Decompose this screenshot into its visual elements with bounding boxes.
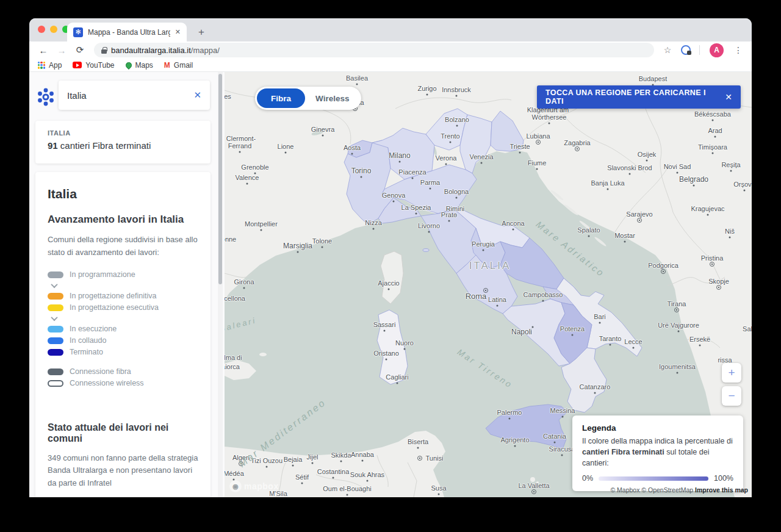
minimize-window-button[interactable]	[50, 26, 57, 33]
city-marker	[588, 235, 590, 237]
legend-item-label: In esecuzione	[70, 325, 117, 333]
city-marker	[247, 183, 248, 185]
forward-button[interactable]: →	[54, 45, 70, 56]
map-label: Reșița	[721, 161, 740, 168]
map-label: Spalato	[577, 226, 600, 234]
zoom-in-button[interactable]: +	[722, 363, 741, 383]
osm-attribution[interactable]: © OpenStreetMap	[641, 486, 693, 494]
legend-color-swatch	[48, 337, 63, 344]
city-marker	[397, 383, 398, 384]
scrollbar-thumb[interactable]	[218, 74, 222, 284]
bookmark-star-icon[interactable]: ☆	[660, 45, 675, 55]
city-marker	[361, 176, 362, 178]
map-label: La Spezia	[401, 204, 431, 211]
city-marker	[412, 178, 414, 179]
mapbox-logo[interactable]: ◉ mapbox	[229, 480, 279, 492]
map-label: Napoli	[511, 328, 532, 336]
capital-marker	[637, 218, 642, 223]
zoom-controls: + −	[722, 363, 741, 406]
browser-tab[interactable]: ✻ Mappa - Banda Ultra Larga ✕	[67, 23, 187, 41]
city-marker	[607, 189, 609, 190]
address-bar[interactable]: bandaultralarga.italia.it/mappa/	[94, 43, 654, 57]
city-marker	[629, 173, 631, 175]
city-marker	[714, 136, 716, 138]
tab-title: Mappa - Banda Ultra Larga	[88, 28, 170, 37]
map-label: Oum el-Bouaghi	[323, 485, 372, 492]
map-label: Niš	[725, 228, 735, 235]
browser-toolbar: ← → ⟳ bandaultralarga.italia.it/mappa/ ☆…	[29, 41, 752, 59]
map-label: Bolzano	[445, 116, 469, 123]
city-marker	[417, 447, 419, 449]
mapbox-logo-icon: ◉	[229, 480, 242, 492]
map-label: Palermo	[497, 409, 522, 416]
browser-window: ✻ Mappa - Banda Ultra Larga ✕ + ← → ⟳ ba…	[29, 18, 752, 497]
close-window-button[interactable]	[38, 26, 45, 33]
map-label: Catania	[543, 433, 566, 440]
bookmark-label: YouTube	[85, 61, 114, 70]
search-input[interactable]	[67, 90, 193, 101]
legend-item-label: In programmazione	[70, 270, 135, 279]
toolbar-divider	[699, 45, 700, 55]
map-canvas[interactable]: gesBasileaZurigoInnsbruckBudapestBernaKl…	[225, 72, 752, 497]
map-label: Osijek	[638, 151, 657, 158]
legend-item-label: In progettazione esecutiva	[70, 303, 159, 312]
bookmark-youtube[interactable]: YouTube	[73, 61, 114, 70]
map-label: Sassari	[373, 321, 396, 328]
city-marker	[456, 197, 458, 199]
window-controls[interactable]	[38, 26, 70, 33]
improve-map-link[interactable]: Improve this map	[695, 486, 748, 494]
secure-lock-icon	[101, 47, 107, 54]
map-label: Sal	[743, 325, 752, 332]
site-favicon-icon: ✻	[73, 27, 83, 37]
city-marker	[386, 359, 387, 361]
back-button[interactable]: ←	[35, 45, 51, 56]
city-marker	[610, 344, 611, 346]
city-marker	[532, 326, 534, 328]
region-search[interactable]: ✕	[59, 81, 210, 110]
sidebar-scrollbar[interactable]	[218, 72, 223, 497]
map-label: Montpellier	[245, 220, 278, 228]
city-marker	[373, 228, 375, 230]
legend-color-swatch	[48, 293, 63, 300]
map-label: Lubiana	[526, 132, 550, 140]
legend-item: In progettazione definitiva	[48, 290, 198, 302]
map-label: Urë Vajgurore	[658, 322, 699, 329]
map-label: Susa	[431, 484, 446, 492]
wireless-toggle-button[interactable]: Wireless	[305, 94, 359, 103]
bookmark-maps[interactable]: Maps	[126, 61, 153, 70]
summary-count-line: 91 cantieri Fibra terminati	[48, 140, 198, 151]
zoom-out-button[interactable]: −	[722, 386, 741, 406]
legend-item-label: In collaudo	[70, 336, 106, 345]
status-description: 349 comuni non fanno parte della strateg…	[48, 452, 198, 490]
extension-icon[interactable]	[681, 45, 691, 55]
city-marker	[554, 442, 556, 444]
map-label: Ancona	[502, 220, 524, 227]
bookmark-apps[interactable]: App	[38, 61, 62, 70]
chevron-down-icon[interactable]	[48, 314, 198, 323]
legend-gradient-bar	[599, 476, 708, 481]
close-tab-icon[interactable]: ✕	[175, 28, 181, 36]
summary-card[interactable]: ITALIA 91 cantieri Fibra terminati	[35, 121, 211, 164]
map-label: Budapest	[639, 75, 667, 82]
mapbox-attribution[interactable]: © Mapbox	[610, 486, 639, 494]
map-label: Tolone	[312, 237, 332, 245]
map-label: Biserta	[408, 438, 428, 445]
banner-close-icon[interactable]: ✕	[725, 92, 732, 102]
city-marker	[301, 483, 303, 484]
clear-search-icon[interactable]: ✕	[193, 90, 201, 101]
mapbox-logo-text: mapbox	[244, 481, 279, 491]
map-label: Clermont-	[226, 135, 256, 142]
profile-avatar[interactable]: A	[710, 43, 724, 57]
map-label: Trento	[441, 132, 459, 140]
city-marker	[243, 287, 245, 289]
map-label: Kragujevac	[691, 205, 724, 212]
bookmark-gmail[interactable]: M Gmail	[164, 61, 193, 70]
chevron-down-icon[interactable]	[48, 281, 198, 290]
map-label: Milano	[389, 151, 410, 160]
fibra-toggle-button[interactable]: Fibra	[257, 88, 305, 108]
reload-button[interactable]: ⟳	[72, 45, 88, 56]
map-label: Livorno	[418, 222, 440, 229]
new-tab-button[interactable]: +	[193, 24, 210, 41]
city-marker	[445, 164, 447, 165]
browser-menu-icon[interactable]: ⋮	[731, 45, 746, 55]
